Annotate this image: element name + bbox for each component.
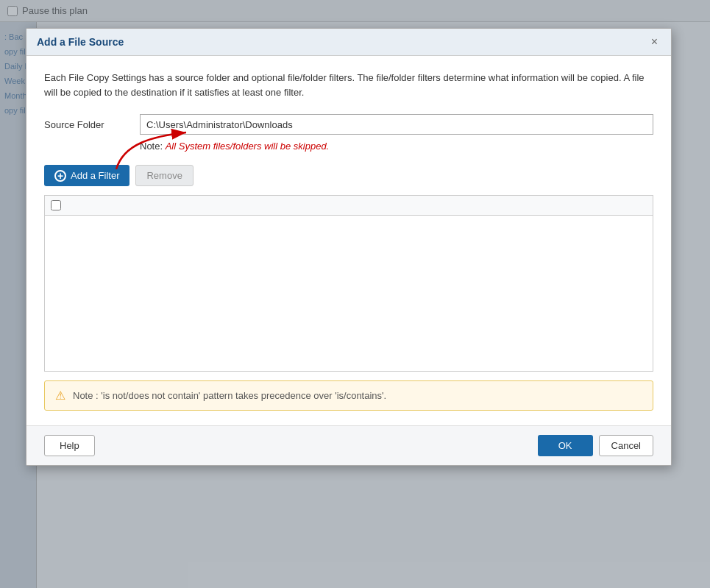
note-highlight: All System files/folders will be skipped… (166, 141, 330, 152)
warning-text: Note : 'is not/does not contain' pattern… (73, 390, 386, 401)
remove-button[interactable]: Remove (135, 165, 193, 186)
filter-select-all-checkbox[interactable] (51, 200, 61, 210)
cancel-button[interactable]: Cancel (599, 435, 653, 456)
source-folder-row: Source Folder (44, 114, 653, 135)
dialog-footer: Help OK Cancel (26, 425, 671, 465)
note-text: Note: All System files/folders will be s… (140, 141, 653, 152)
dialog-header: Add a File Source × (26, 29, 671, 56)
filter-table-header (45, 196, 653, 216)
add-filter-label: Add a Filter (71, 170, 119, 181)
filter-actions: + Add a Filter Remove (44, 165, 653, 186)
source-folder-input[interactable] (140, 114, 653, 135)
description-text: Each File Copy Settings has a source fol… (44, 71, 653, 99)
warning-box: ⚠ Note : 'is not/does not contain' patte… (44, 380, 653, 411)
footer-right: OK Cancel (538, 435, 653, 456)
add-file-source-dialog: Add a File Source × Each File Copy Setti… (26, 28, 672, 466)
ok-button[interactable]: OK (538, 435, 593, 456)
filter-table (44, 195, 653, 372)
dialog-body: Each File Copy Settings has a source fol… (26, 56, 671, 425)
dialog-title: Add a File Source (37, 36, 124, 48)
help-button[interactable]: Help (44, 435, 95, 456)
add-filter-button[interactable]: + Add a Filter (44, 165, 129, 186)
filter-table-body (45, 216, 653, 363)
warning-icon: ⚠ (55, 389, 65, 403)
close-button[interactable]: × (648, 36, 661, 48)
source-folder-label: Source Folder (44, 119, 140, 130)
plus-circle-icon: + (54, 170, 66, 182)
